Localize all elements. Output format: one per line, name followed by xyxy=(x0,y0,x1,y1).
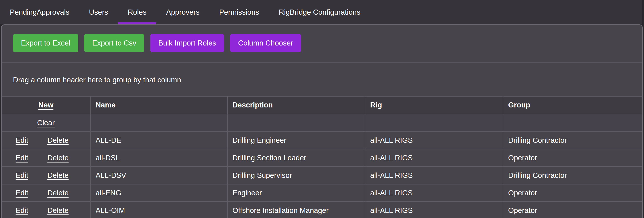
roles-grid: New Name Description Rig Group Clear Edi… xyxy=(2,97,642,218)
tab-approvers[interactable]: Approvers xyxy=(156,0,209,24)
row-actions-cell: EditDelete xyxy=(2,149,90,167)
row-actions-cell: EditDelete xyxy=(2,202,90,218)
tab-permissions[interactable]: Permissions xyxy=(210,0,269,24)
column-header-group[interactable]: Group xyxy=(503,97,642,114)
row-actions-cell: EditDelete xyxy=(2,184,90,202)
cell-rig: all-ALL RIGS xyxy=(365,149,503,167)
tab-pendingapprovals[interactable]: PendingApprovals xyxy=(0,0,79,24)
cell-rig: all-ALL RIGS xyxy=(365,202,503,218)
table-row: EditDelete all-ENG Engineer all-ALL RIGS… xyxy=(2,184,642,202)
cell-name: ALL-DE xyxy=(90,131,227,149)
filter-action-cell: Clear xyxy=(2,114,90,131)
column-header-description[interactable]: Description xyxy=(227,97,365,114)
new-role-link[interactable]: New xyxy=(38,101,54,109)
filter-cell-name[interactable] xyxy=(90,114,227,131)
cell-name: ALL-OIM xyxy=(90,202,227,218)
table-row: EditDelete ALL-DE Drilling Engineer all-… xyxy=(2,131,642,149)
grid-filter-row: Clear xyxy=(2,114,642,131)
edit-link[interactable]: Edit xyxy=(16,154,28,162)
grid-header-row: New Name Description Rig Group xyxy=(2,97,642,114)
cell-name: all-ENG xyxy=(90,184,227,202)
cell-description: Engineer xyxy=(227,184,365,202)
cell-description: Offshore Installation Manager xyxy=(227,202,365,218)
cell-name: all-DSL xyxy=(90,149,227,167)
cell-description: Drilling Section Leader xyxy=(227,149,365,167)
bulk-import-roles-button[interactable]: Bulk Import Roles xyxy=(150,34,224,52)
delete-link[interactable]: Delete xyxy=(48,189,68,197)
cell-group: Operator xyxy=(503,202,642,218)
edit-link[interactable]: Edit xyxy=(16,171,28,179)
row-actions-cell: EditDelete xyxy=(2,167,90,184)
tab-roles[interactable]: Roles xyxy=(118,0,156,24)
delete-link[interactable]: Delete xyxy=(48,171,68,179)
tab-rigbridge-configurations[interactable]: RigBridge Configurations xyxy=(269,0,370,24)
filter-cell-rig[interactable] xyxy=(365,114,503,131)
cell-name: ALL-DSV xyxy=(90,167,227,184)
delete-link[interactable]: Delete xyxy=(48,136,68,144)
cell-group: Drilling Contractor xyxy=(503,131,642,149)
table-row: EditDelete all-DSL Drilling Section Lead… xyxy=(2,149,642,167)
group-by-panel[interactable]: Drag a column header here to group by th… xyxy=(2,63,642,97)
clear-filter-link[interactable]: Clear xyxy=(37,118,55,127)
cell-description: Drilling Supervisor xyxy=(227,167,365,184)
export-to-excel-button[interactable]: Export to Excel xyxy=(13,34,78,52)
tab-bar: PendingApprovals Users Roles Approvers P… xyxy=(0,0,642,24)
action-column-header: New xyxy=(2,97,90,114)
cell-description: Drilling Engineer xyxy=(227,131,365,149)
column-header-name[interactable]: Name xyxy=(90,97,227,114)
table-row: EditDelete ALL-OIM Offshore Installation… xyxy=(2,202,642,218)
edit-link[interactable]: Edit xyxy=(16,189,28,197)
edit-link[interactable]: Edit xyxy=(16,136,28,144)
toolbar: Export to Excel Export to Csv Bulk Impor… xyxy=(2,25,642,63)
delete-link[interactable]: Delete xyxy=(48,154,68,162)
cell-group: Operator xyxy=(503,184,642,202)
column-chooser-button[interactable]: Column Chooser xyxy=(230,34,301,52)
cell-group: Drilling Contractor xyxy=(503,167,642,184)
table-row: EditDelete ALL-DSV Drilling Supervisor a… xyxy=(2,167,642,184)
cell-rig: all-ALL RIGS xyxy=(365,167,503,184)
group-by-hint: Drag a column header here to group by th… xyxy=(13,76,181,84)
export-to-csv-button[interactable]: Export to Csv xyxy=(84,34,144,52)
delete-link[interactable]: Delete xyxy=(48,206,68,215)
tab-users[interactable]: Users xyxy=(79,0,118,24)
column-header-rig[interactable]: Rig xyxy=(365,97,503,114)
row-actions-cell: EditDelete xyxy=(2,131,90,149)
cell-group: Operator xyxy=(503,149,642,167)
filter-cell-group[interactable] xyxy=(503,114,642,131)
cell-rig: all-ALL RIGS xyxy=(365,184,503,202)
edit-link[interactable]: Edit xyxy=(16,206,28,215)
filter-cell-description[interactable] xyxy=(227,114,365,131)
cell-rig: all-ALL RIGS xyxy=(365,131,503,149)
content-panel: Export to Excel Export to Csv Bulk Impor… xyxy=(1,24,643,218)
